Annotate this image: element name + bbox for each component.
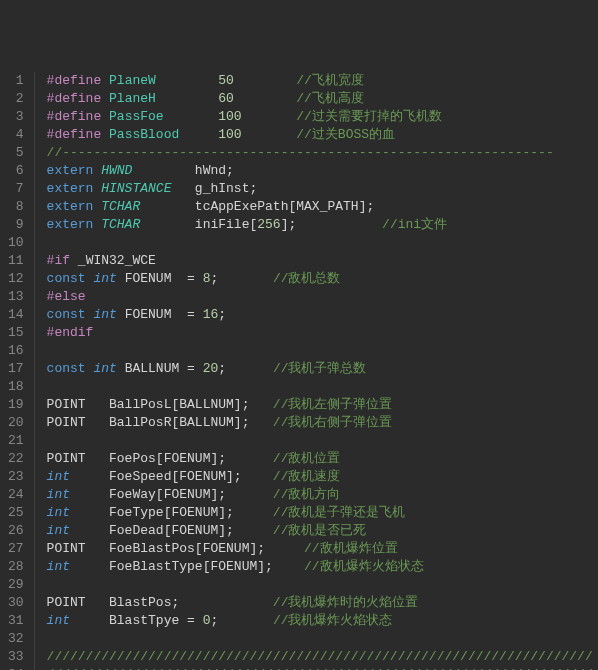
code-line[interactable]: #else (47, 288, 598, 306)
code-line[interactable]: extern TCHAR iniFile[256]; //ini文件 (47, 216, 598, 234)
code-line[interactable]: int FoeType[FOENUM]; //敌机是子弹还是飞机 (47, 504, 598, 522)
token-comment: ////////////////////////////////////////… (47, 649, 593, 664)
token-kw-extern: extern (47, 181, 102, 196)
token-plain: ]; (281, 217, 382, 232)
line-number: 18 (8, 378, 24, 396)
token-comment: //我机右侧子弹位置 (273, 415, 393, 430)
token-ident-macro: PassFoe (109, 109, 218, 124)
token-num: 16 (203, 307, 219, 322)
line-number: 11 (8, 252, 24, 270)
token-comment: //飞机宽度 (296, 73, 364, 88)
token-kw-const: const (47, 307, 94, 322)
token-plain: POINT FoePos[FOENUM]; (47, 451, 273, 466)
line-number: 16 (8, 342, 24, 360)
line-number: 12 (8, 270, 24, 288)
token-plain: POINT BlastPos; (47, 595, 273, 610)
line-number: 33 (8, 648, 24, 666)
code-line[interactable] (47, 234, 598, 252)
token-kw-define: #define (47, 109, 109, 124)
code-line[interactable]: const int FOENUM = 8; //敌机总数 (47, 270, 598, 288)
code-line[interactable]: int FoeBlastType[FOENUM]; //敌机爆炸火焰状态 (47, 558, 598, 576)
token-plain: _WIN32_WCE (78, 253, 156, 268)
code-line[interactable]: POINT BallPosR[BALLNUM]; //我机右侧子弹位置 (47, 414, 598, 432)
token-plain: POINT BallPosR[BALLNUM]; (47, 415, 273, 430)
code-line[interactable]: ////////////////////////////////////////… (47, 648, 598, 666)
token-comment: //敌机速度 (273, 469, 341, 484)
code-line[interactable]: int FoeWay[FOENUM]; //敌机方向 (47, 486, 598, 504)
code-line[interactable]: const int BALLNUM = 20; //我机子弹总数 (47, 360, 598, 378)
line-number: 4 (8, 126, 24, 144)
token-ident-type: TCHAR (101, 199, 195, 214)
token-plain: FoeBlastType[FOENUM]; (70, 559, 304, 574)
token-ident-macro: PlaneW (109, 73, 218, 88)
line-number: 5 (8, 144, 24, 162)
line-number: 25 (8, 504, 24, 522)
code-line[interactable]: POINT FoePos[FOENUM]; //敌机位置 (47, 450, 598, 468)
token-ident-macro: PassBlood (109, 127, 218, 142)
line-number: 10 (8, 234, 24, 252)
code-line[interactable]: #define PlaneH 60 //飞机高度 (47, 90, 598, 108)
line-number: 6 (8, 162, 24, 180)
code-line[interactable] (47, 576, 598, 594)
token-ident-builtin: int (47, 505, 70, 520)
token-num: 20 (203, 361, 219, 376)
code-line[interactable]: POINT FoeBlastPos[FOENUM]; //敌机爆炸位置 (47, 540, 598, 558)
code-line[interactable] (47, 432, 598, 450)
token-plain: FOENUM = (125, 307, 203, 322)
code-line[interactable] (47, 378, 598, 396)
code-line[interactable]: extern TCHAR tcAppExePath[MAX_PATH]; (47, 198, 598, 216)
line-number: 7 (8, 180, 24, 198)
line-number: 32 (8, 630, 24, 648)
token-ident-builtin: int (47, 523, 70, 538)
code-line[interactable] (47, 630, 598, 648)
code-line[interactable]: extern HWND hWnd; (47, 162, 598, 180)
code-line[interactable]: POINT BlastPos; //我机爆炸时的火焰位置 (47, 594, 598, 612)
token-comment: //过关需要打掉的飞机数 (296, 109, 442, 124)
token-comment: //我机左侧子弹位置 (273, 397, 393, 412)
token-num: 256 (257, 217, 280, 232)
code-line[interactable]: #define PassBlood 100 //过关BOSS的血 (47, 126, 598, 144)
token-plain: BlastTpye = (70, 613, 203, 628)
code-line[interactable]: #define PlaneW 50 //飞机宽度 (47, 72, 598, 90)
line-number: 14 (8, 306, 24, 324)
code-line[interactable]: POINT BallPosL[BALLNUM]; //我机左侧子弹位置 (47, 396, 598, 414)
token-kw-extern: extern (47, 217, 102, 232)
token-comment: //--------------------------------------… (47, 145, 554, 160)
line-number: 30 (8, 594, 24, 612)
token-ident-type: HWND (101, 163, 195, 178)
code-line[interactable]: #endif (47, 324, 598, 342)
code-content[interactable]: #define PlaneW 50 //飞机宽度#define PlaneH 6… (35, 72, 598, 670)
token-num: 50 (218, 73, 296, 88)
code-line[interactable]: int BlastTpye = 0; //我机爆炸火焰状态 (47, 612, 598, 630)
code-line[interactable]: int FoeSpeed[FOENUM]; //敌机速度 (47, 468, 598, 486)
token-num: 100 (218, 127, 296, 142)
token-comment: //敌机方向 (273, 487, 341, 502)
line-number: 28 (8, 558, 24, 576)
line-number: 23 (8, 468, 24, 486)
token-kw-extern: extern (47, 163, 102, 178)
token-num: 100 (218, 109, 296, 124)
token-plain: FoeDead[FOENUM]; (70, 523, 273, 538)
code-line[interactable]: const int FOENUM = 16; (47, 306, 598, 324)
token-comment: //敌机总数 (273, 271, 341, 286)
code-line[interactable]: #if _WIN32_WCE (47, 252, 598, 270)
line-number: 17 (8, 360, 24, 378)
line-number: 31 (8, 612, 24, 630)
code-line[interactable]: #define PassFoe 100 //过关需要打掉的飞机数 (47, 108, 598, 126)
token-kw-const: const (47, 361, 94, 376)
token-ident-builtin: int (47, 487, 70, 502)
code-line[interactable]: //--------------------------------------… (47, 144, 598, 162)
token-kw-const: const (47, 271, 94, 286)
code-editor[interactable]: 1234567891011121314151617181920212223242… (0, 72, 598, 670)
code-line[interactable]: ////////////////////////////////////////… (47, 666, 598, 670)
code-line[interactable]: int FoeDead[FOENUM]; //敌机是否已死 (47, 522, 598, 540)
code-line[interactable] (47, 342, 598, 360)
line-number: 21 (8, 432, 24, 450)
code-line[interactable]: extern HINSTANCE g_hInst; (47, 180, 598, 198)
token-plain: hWnd; (195, 163, 234, 178)
line-number-gutter: 1234567891011121314151617181920212223242… (0, 72, 35, 670)
line-number: 2 (8, 90, 24, 108)
line-number: 24 (8, 486, 24, 504)
token-comment: //敌机是否已死 (273, 523, 367, 538)
token-comment: //我机爆炸火焰状态 (273, 613, 393, 628)
